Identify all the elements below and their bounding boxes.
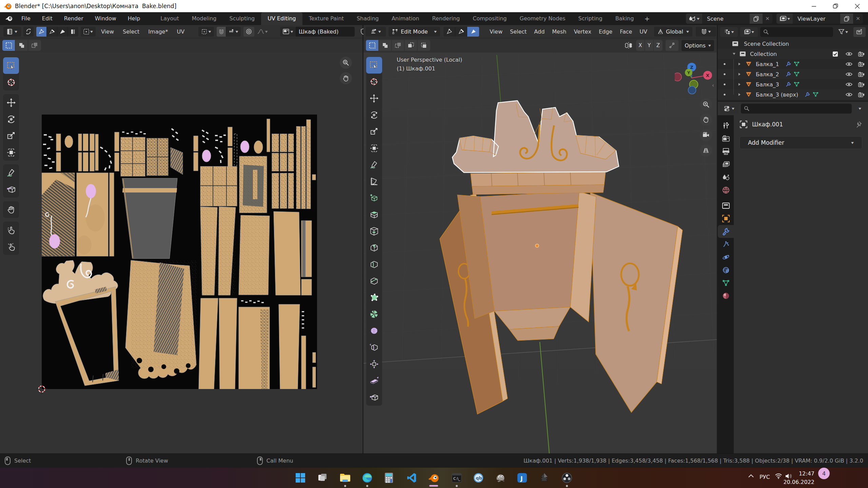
taskbar-start-button[interactable] bbox=[293, 470, 308, 485]
properties-tab-world-icon[interactable] bbox=[718, 184, 734, 197]
viewlayer-unlink-icon[interactable]: ✕ bbox=[853, 14, 863, 24]
vp-tool-extrude[interactable] bbox=[366, 206, 382, 223]
outliner-type-button[interactable]: ▼ bbox=[720, 27, 738, 37]
workspace-tab-shading[interactable]: Shading bbox=[350, 12, 385, 25]
viewport-editor-type-button[interactable]: ▼ bbox=[366, 27, 386, 37]
expand-arrow-icon[interactable] bbox=[737, 62, 742, 66]
uv-select-island[interactable] bbox=[68, 27, 78, 37]
uv-tool-pan-hand[interactable] bbox=[3, 201, 19, 218]
uv-snap-target-button[interactable]: ▼ bbox=[198, 27, 214, 37]
vp-tool-add-cube[interactable] bbox=[366, 190, 382, 206]
viewport-menu-vertex[interactable]: Vertex bbox=[570, 28, 595, 35]
workspace-tab-geometry-nodes[interactable]: Geometry Nodes bbox=[513, 12, 572, 25]
taskbar-jdownloader-icon[interactable]: J bbox=[515, 470, 530, 485]
viewport-camera-icon[interactable] bbox=[700, 129, 712, 141]
mirror-x-button[interactable]: X bbox=[636, 40, 645, 51]
viewlayer-copy-icon[interactable] bbox=[840, 14, 853, 24]
topbar-menu-help[interactable]: Help bbox=[122, 12, 146, 25]
taskbar-explorer-icon[interactable] bbox=[338, 470, 353, 485]
camera-icon[interactable] bbox=[858, 92, 865, 97]
scene-selector[interactable]: ▼ Scene ✕ bbox=[686, 14, 772, 24]
uv-tool-pinch-gesture[interactable] bbox=[3, 238, 19, 255]
viewport-menu-mesh[interactable]: Mesh bbox=[548, 28, 570, 35]
outliner-row-collection[interactable]: Collection bbox=[718, 49, 868, 59]
uv-falloff-button[interactable]: ▼ bbox=[255, 27, 270, 37]
workspace-tab-scripting[interactable]: Scripting bbox=[572, 12, 609, 25]
camera-icon[interactable] bbox=[858, 62, 865, 67]
outliner-row-балка-1[interactable]: Балка_1 bbox=[718, 59, 868, 69]
taskbar-qbittorrent-icon[interactable]: qb bbox=[471, 470, 486, 485]
properties-tab-material-icon[interactable] bbox=[718, 289, 734, 302]
snap-button[interactable]: ▼ bbox=[696, 27, 716, 37]
pin-icon[interactable] bbox=[855, 121, 862, 128]
vp-tool-inset[interactable] bbox=[366, 223, 382, 240]
viewlayer-name[interactable]: ViewLayer bbox=[793, 16, 840, 22]
viewport-menu-edge[interactable]: Edge bbox=[595, 28, 616, 35]
uv-editor-type-button[interactable]: ▼ bbox=[3, 27, 21, 37]
taskbar-gimp-icon[interactable] bbox=[493, 470, 508, 485]
vp-tool-smooth[interactable] bbox=[366, 323, 382, 339]
uv-menu-select[interactable]: Select bbox=[118, 28, 144, 35]
scene-unlink-icon[interactable]: ✕ bbox=[763, 14, 772, 24]
outliner-row-балка-3[interactable]: Балка_3 bbox=[718, 79, 868, 89]
uv-image-name[interactable]: Шкаф (Baked) bbox=[296, 27, 355, 37]
vp-boxselect-new[interactable] bbox=[366, 40, 379, 51]
uv-tool-transform[interactable] bbox=[3, 144, 19, 161]
options-button[interactable]: Options ▼ bbox=[682, 40, 714, 51]
topbar-menu-file[interactable]: File bbox=[16, 12, 36, 25]
viewport-menu-select[interactable]: Select bbox=[506, 28, 530, 35]
workspace-tab-sculpting[interactable]: Sculpting bbox=[223, 12, 261, 25]
vp-tool-scale[interactable] bbox=[366, 123, 382, 140]
properties-tab-physics-icon[interactable] bbox=[718, 251, 734, 264]
expand-arrow-icon[interactable] bbox=[737, 82, 742, 86]
snap-individual-icon[interactable] bbox=[666, 40, 678, 51]
workspace-tab-animation[interactable]: Animation bbox=[385, 12, 426, 25]
uv-snap-magnet-toggle[interactable] bbox=[217, 27, 226, 37]
workspace-tab-layout[interactable]: Layout bbox=[154, 12, 185, 25]
taskbar-taskview-icon[interactable] bbox=[315, 470, 330, 485]
properties-tab-modifiers-icon[interactable] bbox=[718, 225, 734, 238]
expand-arrow-icon[interactable] bbox=[737, 93, 742, 97]
properties-tab-viewlayer-icon[interactable] bbox=[718, 158, 734, 171]
tray-wifi-icon[interactable] bbox=[775, 473, 782, 479]
sidebar-collapse-arrow[interactable]: ‹ bbox=[712, 82, 714, 88]
uv-boxselect-subtract[interactable] bbox=[28, 40, 41, 51]
taskbar-obs-icon[interactable] bbox=[559, 470, 574, 485]
vp-tool-cursor[interactable] bbox=[366, 74, 382, 90]
workspace-tab-uv-editing[interactable]: UV Editing bbox=[261, 12, 302, 25]
properties-tab-tool-icon[interactable] bbox=[718, 119, 734, 132]
tray-clock[interactable]: 12:47 20.06.2022 bbox=[783, 469, 814, 486]
tray-hidden-icons[interactable] bbox=[748, 474, 754, 479]
uv-tool-cursor[interactable] bbox=[3, 74, 19, 90]
outliner-display-mode-button[interactable]: ▼ bbox=[740, 27, 758, 37]
properties-tab-render-icon[interactable] bbox=[718, 132, 734, 145]
scene-name[interactable]: Scene bbox=[702, 16, 750, 22]
vp-tool-rip-region[interactable] bbox=[366, 389, 382, 406]
uv-canvas[interactable] bbox=[0, 53, 362, 453]
uv-zoom-icon[interactable] bbox=[340, 57, 352, 69]
viewlayer-selector[interactable]: ▼ ViewLayer ✕ bbox=[776, 14, 863, 24]
viewport-canvas[interactable]: (function(){ const W='#e2e2e2', G='#8fd6… bbox=[363, 53, 717, 453]
mirror-z-button[interactable]: Z bbox=[654, 40, 663, 51]
gizmo-x-neg[interactable] bbox=[675, 73, 682, 81]
uv-sync-toggle[interactable] bbox=[23, 27, 34, 37]
transform-orientation-button[interactable]: Global ▼ bbox=[654, 27, 692, 37]
camera-icon[interactable] bbox=[858, 72, 865, 77]
properties-tab-scene-icon[interactable] bbox=[718, 171, 734, 184]
vp-tool-spin[interactable] bbox=[366, 306, 382, 323]
uv-tool-rip[interactable] bbox=[3, 181, 19, 198]
uv-tool-scale[interactable] bbox=[3, 127, 19, 144]
topbar-menu-edit[interactable]: Edit bbox=[36, 12, 58, 25]
uv-pan-icon[interactable] bbox=[340, 72, 352, 84]
viewlayer-browse-icon[interactable]: ▼ bbox=[776, 14, 793, 24]
camera-icon[interactable] bbox=[858, 82, 865, 87]
uv-tool-select-box[interactable] bbox=[3, 57, 19, 74]
topbar-menu-window[interactable]: Window bbox=[89, 12, 122, 25]
expand-arrow-icon[interactable] bbox=[732, 52, 736, 56]
viewport-menu-uv[interactable]: UV bbox=[636, 28, 651, 35]
vp-boxselect-extend[interactable] bbox=[379, 40, 392, 51]
outliner-new-collection-button[interactable] bbox=[853, 27, 866, 37]
vp-tool-shrink-fatten[interactable] bbox=[366, 356, 382, 372]
vp-tool-transform[interactable] bbox=[366, 140, 382, 157]
properties-tab-output-icon[interactable] bbox=[718, 145, 734, 158]
